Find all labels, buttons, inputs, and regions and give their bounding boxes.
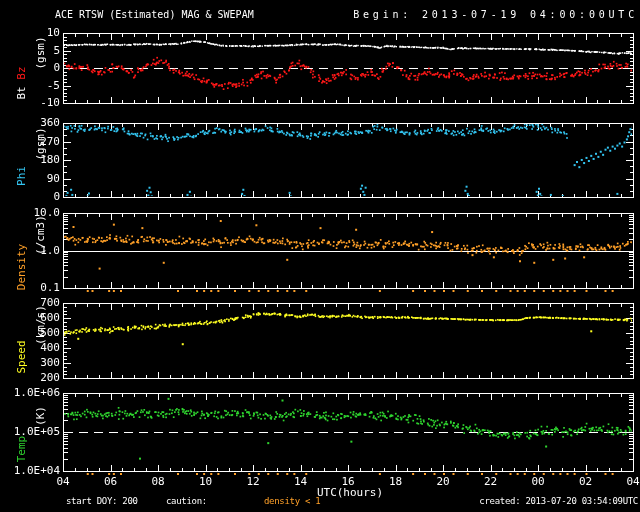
- y-tick-label: 0.1: [2, 282, 60, 294]
- x-tick-label: 10: [193, 475, 219, 488]
- panel-name-label: Bt Bz: [15, 67, 28, 100]
- panel-name-part: Temp: [15, 436, 28, 463]
- begin-timestamp: Begin: 2013-07-19 04:00:00UTC: [353, 9, 638, 20]
- y-tick-label: 0: [2, 62, 60, 74]
- y-tick-label: -5: [2, 80, 60, 92]
- y-tick-label: 5: [2, 45, 60, 57]
- y-tick-label: 1.0: [2, 245, 60, 257]
- panel-name-label: Density: [15, 244, 28, 290]
- panel-name-part: Phi: [15, 166, 28, 186]
- panel-unit-label: (gsm): [34, 128, 47, 161]
- panel-unit-label: (gsm): [34, 37, 47, 70]
- y-tick-label: 1.0E+05: [2, 426, 60, 438]
- ace-rtsw-plot-window: ACE RTSW (Estimated) MAG & SWEPAM Begin:…: [0, 0, 640, 512]
- panel-name-label: Phi: [15, 166, 28, 186]
- panel-name-part: Density: [15, 244, 28, 290]
- panel-name-label: Temp: [15, 436, 28, 463]
- y-tick-label: 10: [2, 27, 60, 39]
- panel-unit-label: (K): [34, 406, 47, 426]
- x-tick-label: 06: [98, 475, 124, 488]
- y-tick-label: 500: [2, 327, 60, 339]
- y-tick-label: 0: [2, 191, 60, 203]
- x-tick-label: 12: [240, 475, 266, 488]
- x-tick-label: 02: [573, 475, 599, 488]
- x-tick-label: 04: [50, 475, 76, 488]
- panel-unit-label: (km/s): [34, 305, 47, 345]
- panel-unit-label: (/cm3): [34, 215, 47, 255]
- y-tick-label: 400: [2, 342, 60, 354]
- y-tick-label: 700: [2, 297, 60, 309]
- created-timestamp: created: 2013-07-20 03:54:09UTC: [479, 496, 638, 506]
- x-tick-label: 08: [145, 475, 171, 488]
- panel-name-part: Bt: [15, 87, 28, 100]
- y-tick-label: 10.0: [2, 207, 60, 219]
- x-tick-label: 00: [525, 475, 551, 488]
- page-title: ACE RTSW (Estimated) MAG & SWEPAM: [55, 9, 254, 20]
- x-tick-label: 18: [383, 475, 409, 488]
- panel-name-label: Speed: [15, 340, 28, 373]
- x-tick-label: 20: [430, 475, 456, 488]
- caution-item-density: density < 1: [264, 496, 320, 506]
- x-tick-label: 04: [620, 475, 640, 488]
- x-axis-title: UTC(hours): [317, 486, 383, 499]
- panel-name-part: Bz: [15, 67, 28, 87]
- y-tick-label: 90: [2, 173, 60, 185]
- x-tick-label: 22: [478, 475, 504, 488]
- x-tick-label: 14: [288, 475, 314, 488]
- y-tick-label: 1.0E+06: [2, 387, 60, 399]
- y-tick-label: 360: [2, 117, 60, 129]
- start-doy-label: start DOY: 200: [66, 496, 138, 506]
- caution-label: caution:: [166, 496, 207, 506]
- y-tick-label: 200: [2, 372, 60, 384]
- y-tick-label: 600: [2, 312, 60, 324]
- y-tick-label: -10: [2, 97, 60, 109]
- y-tick-label: 270: [2, 136, 60, 148]
- chart-canvas: [0, 0, 640, 512]
- y-tick-label: 300: [2, 357, 60, 369]
- y-tick-label: 180: [2, 154, 60, 166]
- panel-name-part: Speed: [15, 340, 28, 373]
